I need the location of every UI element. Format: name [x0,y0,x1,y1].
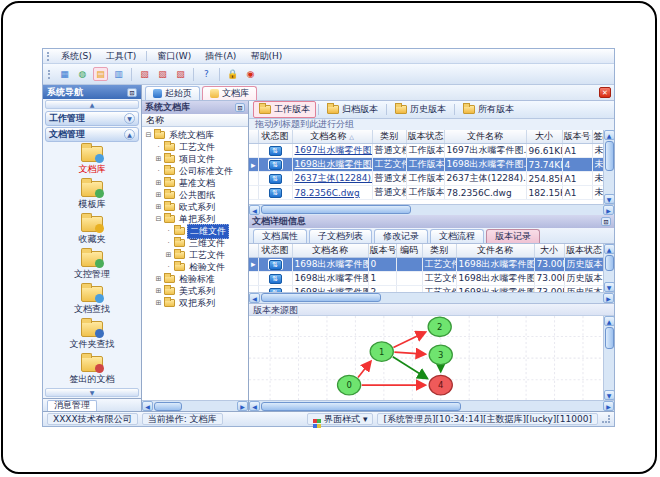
column-header-6[interactable]: 大小 [526,130,562,144]
sidebar-scroll-down-button[interactable]: ▼ [45,388,139,397]
power-icon[interactable]: ◉ [243,67,258,81]
detail-table-vscrollbar[interactable]: ▲ ▼ [603,244,614,292]
column-header-5[interactable]: 文件名称 [444,130,526,144]
column-header-3[interactable]: 类别 [372,130,406,144]
tree-node[interactable]: ⊞基准文档 [144,177,248,189]
column-header-1[interactable]: 状态图 [258,130,292,144]
detail-tab-2[interactable]: 子文档列表 [309,229,372,243]
scroll-thumb[interactable] [261,402,461,411]
tree-expander-plus-icon[interactable]: ⊞ [154,179,163,188]
scroll-down-icon[interactable]: ▼ [604,282,615,292]
column-header-6[interactable]: 文件名称 [456,244,534,258]
sidebar-item-favorites[interactable]: 收藏夹 [43,216,141,246]
tree-hscrollbar[interactable]: ◀ ▶ [142,400,248,411]
scroll-thumb[interactable] [261,293,381,302]
sidebar-item-doc-search[interactable]: 文档查找 [43,286,141,316]
tab-doc-library[interactable]: 文档库 [202,86,257,100]
column-header-7[interactable]: 大小 [534,244,564,258]
column-header-4[interactable]: 版本状态 [406,130,444,144]
column-header-5[interactable]: 类别 [422,244,456,258]
scroll-right-icon[interactable]: ▶ [603,205,614,215]
tree-node[interactable]: ⊞工艺文件 [144,249,248,261]
column-header-1[interactable]: 状态图 [258,244,292,258]
tree-node[interactable]: ·三维文件 [144,237,248,249]
tree-expander-plus-icon[interactable]: ⊞ [154,299,163,308]
tree-node[interactable]: ·公司标准文件 [144,165,248,177]
button-archive-version[interactable]: 归档版本 [321,101,384,118]
doc-badge2-icon[interactable]: ▧ [155,67,170,81]
scroll-left-icon[interactable]: ◀ [249,401,260,411]
column-header-2[interactable]: 文档名称 [292,244,368,258]
tree-expander-plus-icon[interactable]: ⊞ [154,287,163,296]
lock-icon[interactable]: 🔒 [225,67,240,81]
tab-message-management[interactable]: 消息管理 [47,400,97,411]
scroll-thumb[interactable] [605,327,614,349]
menu-item-1[interactable]: 系统(S) [55,49,98,64]
sidebar-item-document-library[interactable]: 文档库 [43,146,141,176]
scroll-up-icon[interactable]: ▲ [604,244,615,254]
scroll-left-icon[interactable]: ◀ [249,293,260,303]
scroll-thumb[interactable] [605,141,614,171]
tree-node[interactable]: ⊟系统文档库 [144,129,248,141]
chevron-up-icon[interactable]: ▲ [124,129,135,140]
tree-expander-plus-icon[interactable]: ⊞ [154,203,163,212]
tree-expander-plus-icon[interactable]: ⊞ [154,275,163,284]
button-history-version[interactable]: 历史版本 [389,101,452,118]
tree-expander-minus-icon[interactable]: ⊟ [154,215,163,224]
scroll-thumb[interactable] [605,255,614,271]
layout-window-icon[interactable]: ▥ [111,67,126,81]
tree-node[interactable]: ·二维文件 [144,225,248,237]
detail-tab-4[interactable]: 文档流程 [430,229,484,243]
graph-vscrollbar[interactable]: ▲ ▼ [603,316,614,400]
chevron-down-icon[interactable]: ▼ [124,113,135,124]
table-row[interactable]: ⇅1698出水嘴零件图.dwg2工艺文件1698出水嘴零件图.dwg73.00K… [249,285,603,291]
tree-node[interactable]: ·工艺文件 [144,141,248,153]
menu-item-5[interactable]: 帮助(H) [244,49,288,64]
column-header-8[interactable]: 签出状态 [592,130,603,144]
button-work-version[interactable]: 工作版本 [253,101,316,118]
display-settings-icon[interactable]: ▦ [57,67,72,81]
scroll-left-icon[interactable]: ◀ [142,401,153,411]
table-row[interactable]: ▸⇅1698出水嘴零件图.dwg工艺文件工作版本1698出水嘴零件图.dwg73… [249,158,603,172]
sidebar-item-doc-control[interactable]: 文控管理 [43,251,141,281]
version-node-2[interactable]: 2 [428,317,451,336]
table-row[interactable]: ⇅2637主体(12284).dwg普通文档工作版本2637主体(12284).… [249,172,603,186]
tree-node[interactable]: ⊞美式系列 [144,285,248,297]
interface-style-dropdown[interactable]: 界面样式 ▾ [307,413,373,425]
version-node-3[interactable]: 3 [429,345,452,364]
column-header-7[interactable]: 版本号 [562,130,592,144]
document-link[interactable]: 1697出水嘴零件图.dwg [295,145,373,155]
documents-table-hscrollbar[interactable]: ◀ ▶ [249,204,614,215]
detail-tab-3[interactable]: 修改记录 [374,229,428,243]
tree-expander-plus-icon[interactable]: ⊞ [164,251,173,260]
sidebar-item-checked-out-docs[interactable]: 签出的文档 [43,356,141,386]
tree-node[interactable]: ·检验文件 [144,261,248,273]
tree-node[interactable]: ⊞检验标准 [144,273,248,285]
tree-expander-minus-icon[interactable]: ⊟ [144,131,153,140]
version-node-4[interactable]: 4 [429,375,452,394]
scroll-thumb[interactable] [154,402,182,411]
menu-item-3[interactable]: 窗口(W) [151,49,197,64]
table-row[interactable]: ⇅78.2356C.dwg普通文档工作版本78.2356C.dwg182.15K… [249,186,603,200]
tree-expander-plus-icon[interactable]: ⊞ [154,191,163,200]
sidebar-item-template-library[interactable]: 模板库 [43,181,141,211]
table-row[interactable]: ⇅1698出水嘴零件图.dwg1工艺文件1698出水嘴零件图.dwg73.00K… [249,271,603,285]
button-all-versions[interactable]: 所有版本 [457,101,520,118]
scroll-right-icon[interactable]: ▶ [603,401,614,411]
detail-tab-5[interactable]: 版本记录 [486,229,540,243]
resize-grip[interactable] [602,415,610,423]
menu-item-4[interactable]: 插件(A) [199,49,242,64]
document-link[interactable]: 1698出水嘴零件图.dwg [295,159,373,169]
document-link[interactable]: 2637主体(12284).dwg [295,173,373,183]
folder-view-icon[interactable]: ▤ [93,67,108,81]
close-icon[interactable]: ✕ [599,87,611,98]
sidebar-group-work-management[interactable]: 工作管理▼ [45,111,139,126]
sidebar-item-folder-search[interactable]: 文件夹查找 [43,321,141,351]
scroll-right-icon[interactable]: ▶ [237,401,248,411]
scroll-down-icon[interactable]: ▼ [604,390,615,400]
pin-icon[interactable]: ⊡ [235,103,245,112]
column-header-3[interactable]: 版本号 [368,244,396,258]
documents-table-vscrollbar[interactable]: ▲ ▼ [603,130,614,204]
scroll-left-icon[interactable]: ◀ [249,205,260,215]
version-node-1[interactable]: 1 [370,342,393,361]
